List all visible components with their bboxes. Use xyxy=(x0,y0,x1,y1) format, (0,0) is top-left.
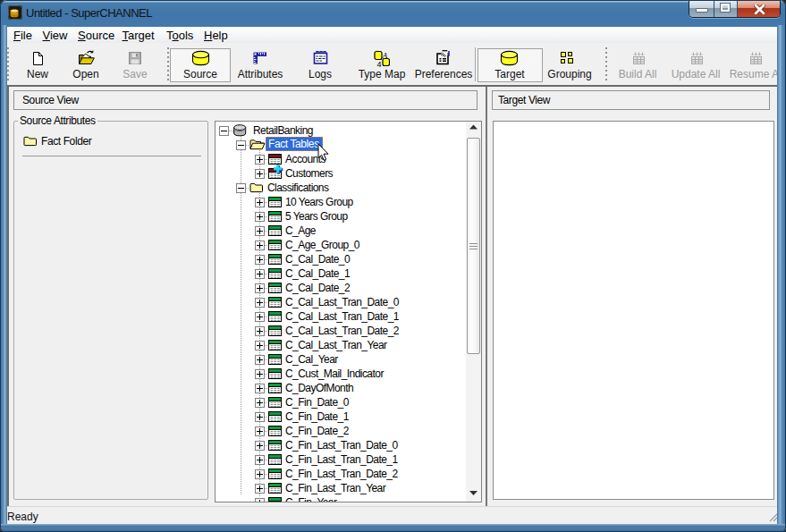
svg-text:4: 4 xyxy=(376,60,381,68)
